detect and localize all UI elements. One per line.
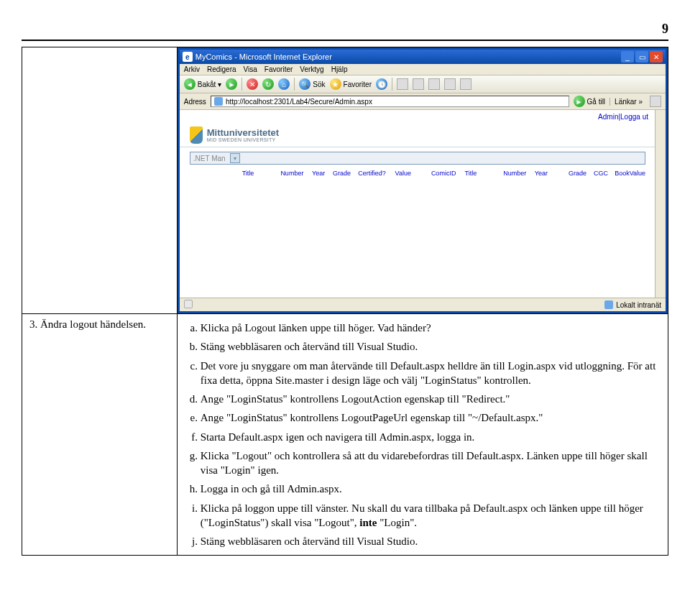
table-row: Ta bortMarkera.NET Man120036,0175,00 kr1… [181,178,654,298]
page-icon [214,97,223,106]
cell-certified[interactable] [356,178,393,298]
col-title[interactable]: Title [241,169,280,178]
col-certified[interactable]: Certified? [356,169,393,178]
refresh-icon[interactable]: ↻ [262,78,274,90]
research-icon[interactable] [460,78,472,90]
separator [294,78,295,91]
status-zone: Lokalt intranät [616,301,661,309]
ie-app-icon: e [183,52,193,62]
menu-verktyg[interactable]: Verktyg [300,65,323,73]
col-grade[interactable]: Grade [331,169,356,178]
cell-bookvalue: 175,0000 [613,178,654,298]
maximize-button[interactable]: ▭ [635,51,648,63]
stop-icon[interactable]: ✕ [247,78,258,90]
col-number-r[interactable]: Number [502,169,533,178]
logo[interactable]: Mittuniversitetet MID SWEDEN UNIVERSITY [180,124,656,147]
search-label: Sök [313,81,325,88]
menu-arkiv[interactable]: Arkiv [184,65,200,73]
go-label: Gå till [587,98,606,106]
cell-grade: 6,0 [331,178,356,298]
search-icon: 🔍 [299,78,310,90]
separator [242,78,242,91]
chevron-down-icon: ▾ [230,153,240,163]
home-icon[interactable]: ⌂ [278,78,290,90]
discuss-icon[interactable] [444,78,456,90]
col-bookvalue[interactable]: BookValue [613,169,654,178]
cell-number: 1 [279,178,310,298]
print-icon[interactable] [413,78,424,90]
mail-icon[interactable] [397,78,408,90]
logo-subtitle: MID SWEDEN UNIVERSITY [207,137,279,142]
menu-favoriter[interactable]: Favoriter [264,65,293,73]
logo-title: Mittuniversitetet [207,128,279,137]
go-button[interactable]: ► Gå till [574,96,606,107]
cell-number-r: 1 [502,178,533,298]
step-f: Starta Default.aspx igen och navigera ti… [201,428,661,446]
separator [392,78,392,91]
minimize-button[interactable]: _ [621,51,634,63]
logo-shield-icon [190,127,203,144]
col-cgc[interactable]: CGC [592,169,613,178]
window-title: MyComics - Microsoft Internet Explorer [196,52,332,61]
back-label: Bakåt [198,81,216,88]
step-i-post: "Login". [377,517,417,528]
cell-yeargrade-r: 2003 6,0 [533,178,567,298]
page-content: Admin | Logga ut Mittuniversitetet MID S… [180,110,666,298]
step-c: Det vore ju snyggare om man återvände ti… [201,357,661,390]
col-value[interactable]: Value [394,169,430,178]
col-grade-r[interactable]: Grade [567,169,592,178]
menu-redigera[interactable]: Redigera [207,65,236,73]
forward-button[interactable]: ► [226,78,237,90]
favorites-label: Favoriter [344,81,372,88]
links-label: Länkar [615,98,637,106]
row2-right: Klicka på Logout länken uppe till höger.… [177,314,668,556]
col-title-r[interactable]: Title [463,169,502,178]
step-i-bold: inte [359,517,377,528]
ie-titlebar: e MyComics - Microsoft Internet Explorer… [180,50,666,64]
chevron-right-icon: » [638,98,643,106]
chevron-down-icon: ▾ [218,81,221,88]
history-icon[interactable]: 🕓 [376,78,387,90]
title-dropdown[interactable]: .NET Man ▾ [190,152,645,165]
star-icon: ★ [330,78,341,90]
cell-title-r: .NET Man [463,178,502,298]
go-icon: ► [574,96,585,107]
data-grid: Title Number Year Grade Certified? Value… [181,169,654,298]
step-g: Klicka "Logout" och kontrollera så att d… [201,446,661,480]
step-number: 3. [29,318,37,330]
step-a: Klicka på Logout länken uppe till höger.… [201,318,661,337]
forward-icon: ► [226,78,237,90]
menu-visa[interactable]: Visa [244,65,257,73]
page-number: 9 [662,22,668,37]
back-button[interactable]: ◄ Bakåt ▾ [184,78,222,90]
links-extra-icon[interactable] [650,96,661,107]
col-comicid[interactable]: ComicID [430,169,464,178]
cell-comicid: 1004 [430,178,464,298]
cell-year: 2003 [310,178,331,298]
search-button[interactable]: 🔍 Sök [299,78,325,90]
address-label: Adress [184,98,206,106]
row2-left: 3. Ändra logout händelsen. [22,314,178,556]
logout-link[interactable]: Logga ut [620,113,648,121]
step-i-pre: Klicka på loggon uppe till vänster. Nu s… [201,502,643,528]
links-bar[interactable]: Länkar » [610,98,643,106]
menu-hjalp[interactable]: Hjälp [331,65,348,73]
status-left-icon [184,300,193,308]
instruction-list: Klicka på Logout länken uppe till höger.… [185,318,661,551]
edit-icon[interactable] [428,78,440,90]
admin-link[interactable]: Admin [598,113,618,121]
cell-cgc[interactable] [592,178,613,298]
step-b: Stäng webbläsaren och återvänd till Visu… [201,337,661,356]
step-i: Klicka på loggon uppe till vänster. Nu s… [201,499,661,533]
col-year-r[interactable]: Year [533,169,567,178]
close-button[interactable]: ✕ [650,51,663,63]
cell-title: .NET Man [241,178,280,298]
address-field[interactable]: http://localhost:2301/Lab4/Secure/Admin.… [211,96,569,107]
favorites-button[interactable]: ★ Favoriter [330,78,372,90]
ie-toolbar: ◄ Bakåt ▾ ► ✕ ↻ ⌂ 🔍 Sök [180,75,666,93]
dropdown-value: .NET Man [193,155,226,162]
col-number[interactable]: Number [279,169,310,178]
row1-left [22,47,178,314]
ie-menubar: Arkiv Redigera Visa Favoriter Verktyg Hj… [180,64,666,75]
col-year[interactable]: Year [310,169,331,178]
